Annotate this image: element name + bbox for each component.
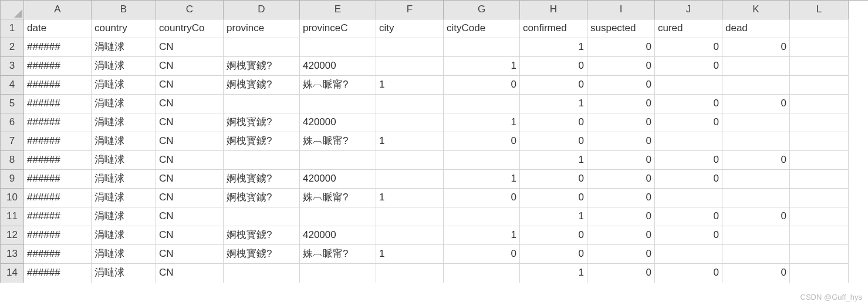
data-cell[interactable]: 0	[722, 264, 790, 283]
data-cell[interactable]: 0	[587, 38, 655, 57]
data-cell[interactable]: 姝︹眽甯?	[300, 245, 376, 264]
data-cell[interactable]: 0	[587, 95, 655, 113]
data-cell[interactable]	[300, 207, 376, 226]
data-cell[interactable]	[790, 207, 849, 226]
data-cell[interactable]: CN	[156, 95, 224, 113]
data-cell[interactable]	[300, 151, 376, 170]
data-cell[interactable]: 涓嗹浗	[92, 170, 156, 189]
data-cell[interactable]	[790, 38, 849, 57]
data-cell[interactable]	[790, 226, 849, 245]
data-cell[interactable]: 0	[655, 57, 722, 76]
col-header-F[interactable]: F	[376, 1, 444, 19]
col-header-C[interactable]: C	[156, 1, 224, 19]
data-cell[interactable]: 0	[722, 38, 790, 57]
data-cell[interactable]: 涓嗹浗	[92, 38, 156, 57]
spreadsheet-grid[interactable]: ABCDEFGHIJKL1datecountrycountryCoprovinc…	[0, 0, 868, 283]
data-cell[interactable]: 0	[655, 207, 722, 226]
data-cell[interactable]: 1	[376, 189, 444, 207]
data-cell[interactable]	[444, 207, 520, 226]
data-cell[interactable]: 0	[655, 95, 722, 113]
data-cell[interactable]: 姝︹眽甯?	[300, 189, 376, 207]
data-cell[interactable]: ######	[24, 76, 92, 95]
row-header-2[interactable]: 2	[1, 38, 24, 57]
data-cell[interactable]	[224, 264, 300, 283]
data-cell[interactable]: ######	[24, 170, 92, 189]
data-cell[interactable]: 0	[655, 226, 722, 245]
data-cell[interactable]: 涓嗹浗	[92, 57, 156, 76]
data-cell[interactable]: 婀栧寳鐪?	[224, 170, 300, 189]
col-header-H[interactable]: H	[520, 1, 587, 19]
header-cell[interactable]: dead	[722, 19, 790, 38]
data-cell[interactable]: CN	[156, 207, 224, 226]
header-cell[interactable]: cured	[655, 19, 722, 38]
row-header-12[interactable]: 12	[1, 226, 24, 245]
data-cell[interactable]: 0	[587, 113, 655, 132]
data-cell[interactable]: ######	[24, 264, 92, 283]
data-cell[interactable]: ######	[24, 151, 92, 170]
header-cell[interactable]: province	[224, 19, 300, 38]
data-cell[interactable]: 婀栧寳鐪?	[224, 132, 300, 151]
data-cell[interactable]: 婀栧寳鐪?	[224, 76, 300, 95]
data-cell[interactable]: 1	[376, 76, 444, 95]
data-cell[interactable]: 1	[376, 132, 444, 151]
data-cell[interactable]: 0	[520, 76, 587, 95]
data-cell[interactable]	[655, 245, 722, 264]
row-header-7[interactable]: 7	[1, 132, 24, 151]
data-cell[interactable]: CN	[156, 132, 224, 151]
data-cell[interactable]: 姝︹眽甯?	[300, 76, 376, 95]
col-header-E[interactable]: E	[300, 1, 376, 19]
row-header-10[interactable]: 10	[1, 189, 24, 207]
data-cell[interactable]: CN	[156, 151, 224, 170]
data-cell[interactable]: 0	[587, 151, 655, 170]
header-cell[interactable]: cityCode	[444, 19, 520, 38]
data-cell[interactable]: 1	[520, 38, 587, 57]
data-cell[interactable]	[722, 189, 790, 207]
data-cell[interactable]: CN	[156, 245, 224, 264]
data-cell[interactable]: 涓嗹浗	[92, 207, 156, 226]
data-cell[interactable]	[790, 170, 849, 189]
data-cell[interactable]	[444, 151, 520, 170]
header-cell[interactable]: confirmed	[520, 19, 587, 38]
data-cell[interactable]: 0	[444, 132, 520, 151]
data-cell[interactable]: 1	[444, 57, 520, 76]
data-cell[interactable]	[722, 245, 790, 264]
data-cell[interactable]	[376, 38, 444, 57]
data-cell[interactable]: ######	[24, 132, 92, 151]
data-cell[interactable]: 0	[520, 132, 587, 151]
data-cell[interactable]	[722, 170, 790, 189]
header-cell[interactable]: city	[376, 19, 444, 38]
data-cell[interactable]	[376, 264, 444, 283]
data-cell[interactable]: ######	[24, 95, 92, 113]
data-cell[interactable]: 0	[520, 113, 587, 132]
data-cell[interactable]: 0	[655, 38, 722, 57]
data-cell[interactable]: ######	[24, 207, 92, 226]
select-all-corner[interactable]	[1, 1, 24, 19]
header-cell[interactable]: countryCo	[156, 19, 224, 38]
col-header-G[interactable]: G	[444, 1, 520, 19]
col-header-L[interactable]: L	[790, 1, 849, 19]
header-cell[interactable]: suspected	[587, 19, 655, 38]
data-cell[interactable]: 0	[587, 57, 655, 76]
row-header-13[interactable]: 13	[1, 245, 24, 264]
data-cell[interactable]: 涓嗹浗	[92, 245, 156, 264]
col-header-J[interactable]: J	[655, 1, 722, 19]
row-header-5[interactable]: 5	[1, 95, 24, 113]
data-cell[interactable]	[376, 207, 444, 226]
data-cell[interactable]: 0	[520, 57, 587, 76]
data-cell[interactable]: CN	[156, 264, 224, 283]
header-cell[interactable]: date	[24, 19, 92, 38]
data-cell[interactable]	[444, 38, 520, 57]
data-cell[interactable]: CN	[156, 189, 224, 207]
data-cell[interactable]	[376, 113, 444, 132]
data-cell[interactable]	[444, 264, 520, 283]
data-cell[interactable]: CN	[156, 76, 224, 95]
data-cell[interactable]	[790, 113, 849, 132]
row-header-6[interactable]: 6	[1, 113, 24, 132]
data-cell[interactable]: ######	[24, 189, 92, 207]
col-header-K[interactable]: K	[722, 1, 790, 19]
data-cell[interactable]: 0	[722, 207, 790, 226]
data-cell[interactable]: 0	[587, 264, 655, 283]
data-cell[interactable]: CN	[156, 226, 224, 245]
data-cell[interactable]: 婀栧寳鐪?	[224, 189, 300, 207]
data-cell[interactable]	[722, 76, 790, 95]
